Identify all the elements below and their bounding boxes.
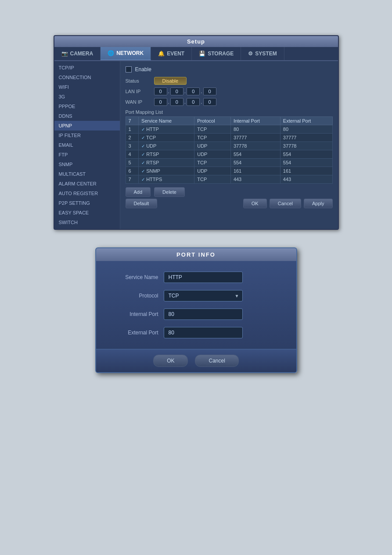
tab-storage[interactable]: 💾 STORAGE <box>192 47 241 60</box>
enable-checkbox[interactable] <box>126 66 132 73</box>
setup-titlebar: Setup <box>54 36 338 47</box>
dialog-cancel-button[interactable]: Cancel <box>195 355 238 367</box>
lan-ip-seg4[interactable] <box>203 87 216 95</box>
row-internal-port: 554 <box>230 159 280 167</box>
table-row[interactable]: 6 ✓ SNMP UDP 161 161 <box>126 167 332 175</box>
dialog-title: PORT INFO <box>176 251 216 258</box>
dialog-ok-button[interactable]: OK <box>153 355 188 367</box>
row-num: 3 <box>126 142 139 150</box>
internal-port-label: Internal Port <box>110 311 158 317</box>
sidebar-item-switch[interactable]: SWITCH <box>54 218 120 227</box>
wan-ip-seg1[interactable] <box>154 98 167 106</box>
col-service: Service Name <box>139 117 194 125</box>
default-button[interactable]: Default <box>126 199 158 208</box>
wan-ip-seg4[interactable] <box>203 98 216 106</box>
service-name-label: Service Name <box>110 274 158 280</box>
internal-port-input[interactable] <box>164 308 243 320</box>
storage-icon: 💾 <box>199 51 205 57</box>
row-protocol: TCP <box>194 134 231 142</box>
service-name-input[interactable] <box>164 272 243 283</box>
dialog-titlebar: PORT INFO <box>96 248 296 261</box>
sidebar-item-ipfilter[interactable]: IP FILTER <box>54 131 120 140</box>
table-row[interactable]: 4 ✓ RTSP UDP 554 554 <box>126 150 332 159</box>
sidebar-item-upnp[interactable]: UPNP <box>54 121 120 131</box>
table-row[interactable]: 7 ✓ HTTPS TCP 443 443 <box>126 175 332 184</box>
enable-row: Enable <box>126 66 333 73</box>
lan-ip-seg3[interactable] <box>187 87 200 95</box>
setup-tabs: 📷 CAMERA 🌐 NETWORK 🔔 EVENT 💾 STORAGE ⚙ S… <box>54 47 338 61</box>
internal-port-row: Internal Port <box>110 308 282 320</box>
check-icon: ✓ <box>141 160 145 165</box>
lan-ip-field: . . . <box>154 87 216 95</box>
apply-button[interactable]: Apply <box>304 199 333 208</box>
col-external-port: External Port <box>280 117 332 125</box>
sidebar-item-easyspace[interactable]: EASY SPACE <box>54 208 120 218</box>
row-protocol: UDP <box>194 150 231 159</box>
row-internal-port: 37777 <box>230 134 280 142</box>
sidebar-item-snmp[interactable]: SNMP <box>54 160 120 169</box>
row-num: 1 <box>126 125 139 134</box>
network-icon: 🌐 <box>108 50 114 56</box>
table-row[interactable]: 2 ✓ TCP TCP 37777 37777 <box>126 134 332 142</box>
protocol-label: Protocol <box>110 293 158 299</box>
row-check: ✓ TCP <box>139 134 194 142</box>
ok-button[interactable]: OK <box>243 199 267 208</box>
row-internal-port: 80 <box>230 125 280 134</box>
status-label: Status <box>126 78 150 83</box>
row-protocol: TCP <box>194 159 231 167</box>
external-port-row: External Port <box>110 327 282 338</box>
row-check: ✓ HTTP <box>139 125 194 134</box>
delete-button[interactable]: Delete <box>154 187 185 197</box>
wan-ip-seg2[interactable] <box>170 98 183 106</box>
row-num: 5 <box>126 159 139 167</box>
row-external-port: 554 <box>280 159 332 167</box>
protocol-select-wrapper: TCP UDP ▼ <box>164 290 243 301</box>
col-protocol: Protocol <box>194 117 231 125</box>
dialog-body: Service Name Protocol TCP UDP ▼ <box>96 261 296 349</box>
sidebar-item-ftp[interactable]: FTP <box>54 150 120 160</box>
wan-ip-row: WAN IP . . . <box>126 98 333 106</box>
sidebar-item-email[interactable]: EMAIL <box>54 140 120 150</box>
protocol-select[interactable]: TCP UDP <box>164 290 243 301</box>
service-name-row: Service Name <box>110 272 282 283</box>
row-internal-port: 554 <box>230 150 280 159</box>
enable-label: Enable <box>135 66 151 73</box>
sidebar-item-alarmcenter[interactable]: ALARM CENTER <box>54 179 120 189</box>
sidebar-item-wifi[interactable]: WIFI <box>54 82 120 92</box>
row-num: 2 <box>126 134 139 142</box>
tab-system[interactable]: ⚙ SYSTEM <box>241 47 284 60</box>
table-row[interactable]: 3 ✓ UDP UDP 37778 37778 <box>126 142 332 150</box>
row-protocol: TCP <box>194 175 231 184</box>
add-button[interactable]: Add <box>126 187 151 197</box>
lan-ip-seg2[interactable] <box>170 87 183 95</box>
dialog-overlay: PORT INFO Service Name Protocol TCP UDP <box>95 247 297 373</box>
check-icon: ✓ <box>141 177 145 182</box>
tab-event[interactable]: 🔔 EVENT <box>151 47 192 60</box>
event-icon: 🔔 <box>158 51 165 57</box>
check-icon: ✓ <box>141 127 145 132</box>
tab-network[interactable]: 🌐 NETWORK <box>101 47 151 60</box>
sidebar-item-multicast[interactable]: MULTICAST <box>54 169 120 179</box>
wan-ip-field: . . . <box>154 98 216 106</box>
table-row[interactable]: 1 ✓ HTTP TCP 80 80 <box>126 125 332 134</box>
check-icon: ✓ <box>141 144 145 149</box>
camera-icon: 📷 <box>61 51 68 57</box>
sidebar-item-autoregister[interactable]: AUTO REGISTER <box>54 189 120 198</box>
sidebar-item-ddns[interactable]: DDNS <box>54 111 120 121</box>
row-protocol: TCP <box>194 125 231 134</box>
wan-ip-seg3[interactable] <box>187 98 200 106</box>
row-num: 4 <box>126 150 139 159</box>
tab-camera[interactable]: 📷 CAMERA <box>54 47 101 60</box>
sidebar-item-connection[interactable]: CONNECTION <box>54 73 120 82</box>
sidebar-item-p2psetting[interactable]: P2P SETTING <box>54 198 120 208</box>
lan-ip-row: LAN IP . . . <box>126 87 333 95</box>
sidebar-item-tcpip[interactable]: TCP/IP <box>54 63 120 73</box>
lan-ip-seg1[interactable] <box>154 87 167 95</box>
external-port-input[interactable] <box>164 327 243 338</box>
cancel-button[interactable]: Cancel <box>270 199 301 208</box>
table-row[interactable]: 5 ✓ RTSP TCP 554 554 <box>126 159 332 167</box>
sidebar-item-3g[interactable]: 3G <box>54 92 120 102</box>
row-protocol: UDP <box>194 167 231 175</box>
external-port-label: External Port <box>110 330 158 336</box>
sidebar-item-pppoe[interactable]: PPPOE <box>54 102 120 111</box>
